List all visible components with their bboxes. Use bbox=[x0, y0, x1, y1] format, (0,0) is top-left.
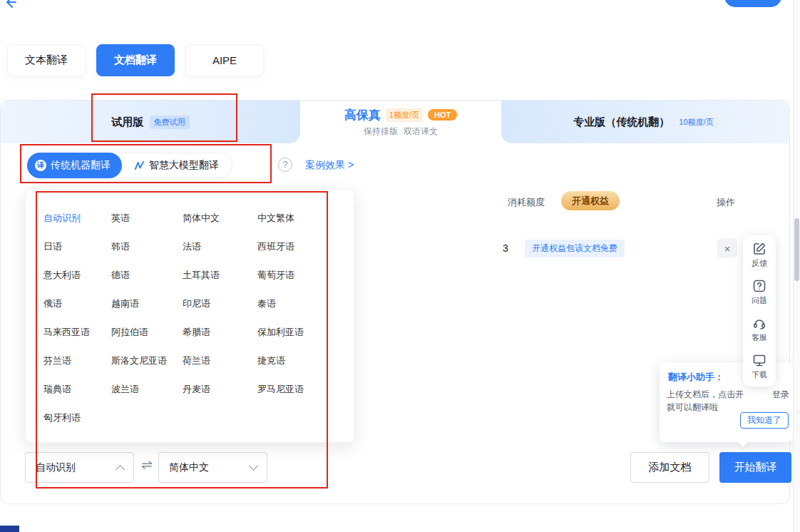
price-badge: 1额度/页 bbox=[386, 108, 423, 122]
language-option[interactable]: 捷克语 bbox=[257, 347, 354, 375]
tab-high-fidelity[interactable]: 高保真 1额度/页 HOT 保持排版 双语译文 bbox=[300, 101, 501, 143]
language-option[interactable]: 俄语 bbox=[43, 290, 111, 318]
hot-badge: HOT bbox=[428, 109, 457, 121]
remove-document-button[interactable]: × bbox=[717, 238, 737, 258]
download-monitor-icon bbox=[752, 353, 766, 367]
language-option[interactable]: 意大利语 bbox=[43, 261, 111, 290]
language-option[interactable]: 法语 bbox=[183, 232, 257, 261]
language-option[interactable]: 匈牙利语 bbox=[43, 404, 111, 432]
customer-service-label: 客服 bbox=[752, 332, 767, 343]
add-document-button[interactable]: 添加文档 bbox=[630, 452, 709, 483]
help-icon[interactable]: ? bbox=[278, 158, 292, 172]
document-translation-page: 文本翻译 文档翻译 AIPE 试用版 免费试用 高保真 1额度/页 HOT 保持… bbox=[0, 0, 800, 532]
column-header-credits: 消耗额度 bbox=[508, 196, 545, 209]
activate-benefits-button[interactable]: 开通权益 bbox=[561, 191, 620, 210]
bottom-left-fragment bbox=[0, 526, 19, 532]
language-option[interactable]: 波兰语 bbox=[111, 375, 183, 404]
question-label: 问题 bbox=[752, 295, 767, 306]
feature-bilingual: 双语译文 bbox=[404, 126, 438, 138]
headset-icon bbox=[752, 316, 766, 330]
target-language-value: 简体中文 bbox=[169, 461, 209, 474]
language-option[interactable]: 瑞典语 bbox=[43, 375, 111, 404]
language-option[interactable]: 马来西亚语 bbox=[43, 318, 111, 347]
assistant-text-line1: 上传文档后，点击开 bbox=[667, 389, 744, 401]
trial-version-title: 试用版 bbox=[112, 116, 144, 129]
question-button[interactable]: 问题 bbox=[752, 279, 767, 306]
version-tab-bar: 试用版 免费试用 高保真 1额度/页 HOT 保持排版 双语译文 专业版（传统机… bbox=[1, 101, 789, 143]
source-language-value: 自动识别 bbox=[36, 461, 76, 474]
language-option[interactable]: 日语 bbox=[43, 232, 111, 261]
language-option[interactable]: 泰语 bbox=[257, 290, 354, 318]
feedback-button[interactable]: 反馈 bbox=[752, 242, 767, 269]
language-grid-spacer bbox=[183, 404, 257, 432]
target-language-select[interactable]: 简体中文 bbox=[158, 452, 267, 483]
professional-version-title: 专业版（传统机翻） bbox=[573, 116, 670, 129]
high-fidelity-title: 高保真 bbox=[344, 107, 381, 123]
language-option[interactable]: 中文繁体 bbox=[257, 204, 354, 232]
feedback-label: 反馈 bbox=[752, 258, 767, 269]
language-option[interactable]: 英语 bbox=[111, 204, 183, 232]
ai-model-icon bbox=[134, 160, 145, 171]
language-option[interactable]: 保加利亚语 bbox=[257, 318, 354, 347]
language-option[interactable]: 丹麦语 bbox=[183, 375, 257, 404]
tab-professional-version[interactable]: 专业版（传统机翻） 10额度/页 bbox=[501, 101, 789, 143]
top-right-button[interactable] bbox=[724, 0, 781, 7]
download-label: 下载 bbox=[752, 369, 767, 380]
feedback-edit-icon bbox=[752, 242, 766, 256]
language-dropdown-panel: 自动识别英语简体中文中文繁体日语韩语法语西班牙语意大利语德语土耳其语葡萄牙语俄语… bbox=[25, 189, 354, 443]
chevron-down-icon bbox=[249, 461, 258, 471]
pro-price-badge: 10额度/页 bbox=[675, 116, 717, 129]
assistant-title: 翻译小助手： bbox=[668, 371, 724, 384]
floating-toolbar: 反馈 问题 客服 下载 bbox=[743, 235, 776, 387]
language-option[interactable]: 自动识别 bbox=[43, 204, 111, 232]
tab-text-translation[interactable]: 文本翻译 bbox=[7, 44, 86, 76]
case-examples-link[interactable]: 案例效果 > bbox=[305, 159, 354, 172]
language-option[interactable]: 斯洛文尼亚语 bbox=[111, 347, 183, 375]
language-option[interactable]: 芬兰语 bbox=[43, 347, 111, 375]
language-option[interactable]: 韩语 bbox=[111, 232, 183, 261]
language-option[interactable]: 土耳其语 bbox=[183, 261, 257, 290]
language-option[interactable]: 西班牙语 bbox=[257, 232, 354, 261]
back-arrow-icon[interactable] bbox=[4, 0, 18, 9]
feature-keep-layout: 保持排版 bbox=[364, 126, 398, 138]
scrollbar-track bbox=[793, 0, 800, 532]
traditional-mt-button[interactable]: 译 传统机器翻译 bbox=[27, 153, 122, 178]
scrollbar-thumb[interactable] bbox=[794, 218, 799, 281]
tab-document-translation[interactable]: 文档翻译 bbox=[96, 44, 175, 76]
download-button[interactable]: 下载 bbox=[752, 353, 767, 380]
language-grid-spacer bbox=[257, 404, 354, 432]
language-option[interactable]: 罗马尼亚语 bbox=[257, 375, 354, 404]
chevron-up-icon bbox=[116, 465, 125, 474]
language-option[interactable]: 阿拉伯语 bbox=[111, 318, 183, 347]
language-option[interactable]: 印尼语 bbox=[183, 290, 257, 318]
tab-aipe[interactable]: AIPE bbox=[185, 44, 264, 76]
assistant-text-line1-end: 登录 bbox=[772, 389, 789, 401]
swap-languages-icon[interactable]: ⇌ bbox=[137, 456, 157, 473]
benefit-free-note: 开通权益包该文档免费 bbox=[525, 240, 625, 257]
language-option[interactable]: 简体中文 bbox=[183, 204, 257, 232]
source-language-select[interactable]: 自动识别 bbox=[25, 452, 134, 483]
tab-trial-version[interactable]: 试用版 免费试用 bbox=[1, 101, 300, 143]
question-icon bbox=[752, 279, 766, 293]
customer-service-button[interactable]: 客服 bbox=[752, 316, 767, 343]
translation-type-tabs: 文本翻译 文档翻译 AIPE bbox=[7, 44, 264, 76]
llm-mt-button[interactable]: 智慧大模型翻译 bbox=[121, 153, 232, 178]
llm-mt-label: 智慧大模型翻译 bbox=[149, 159, 219, 172]
language-option[interactable]: 葡萄牙语 bbox=[257, 261, 354, 290]
language-grid-spacer bbox=[111, 404, 183, 432]
assistant-text-line2: 就可以翻译啦 bbox=[667, 401, 718, 414]
start-translation-button[interactable]: 开始翻译 bbox=[719, 452, 791, 483]
language-grid: 自动识别英语简体中文中文繁体日语韩语法语西班牙语意大利语德语土耳其语葡萄牙语俄语… bbox=[43, 204, 354, 432]
document-credits-value: 3 bbox=[503, 242, 508, 254]
language-option[interactable]: 越南语 bbox=[111, 290, 183, 318]
free-trial-badge: 免费试用 bbox=[150, 116, 190, 129]
got-it-button[interactable]: 我知道了 bbox=[740, 412, 789, 429]
language-option[interactable]: 德语 bbox=[111, 261, 183, 290]
translate-icon: 译 bbox=[35, 160, 46, 171]
engine-mode-toggle: 译 传统机器翻译 智慧大模型翻译 bbox=[27, 153, 232, 178]
traditional-mt-label: 传统机器翻译 bbox=[51, 159, 111, 172]
column-header-actions: 操作 bbox=[717, 196, 735, 209]
language-option[interactable]: 希腊语 bbox=[183, 318, 257, 347]
language-option[interactable]: 荷兰语 bbox=[183, 347, 257, 375]
